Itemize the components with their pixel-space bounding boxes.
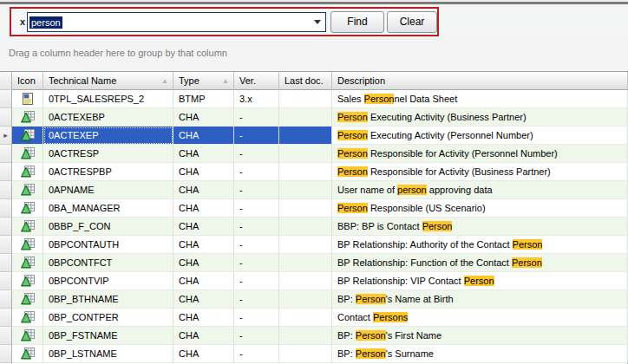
table-row[interactable]: 0BP_LSTNAMECHA-BP: Person's Surname	[0, 345, 628, 363]
object-icon-cell[interactable]	[12, 236, 43, 254]
object-icon-cell[interactable]	[12, 181, 43, 199]
search-combobox[interactable]: person	[27, 12, 326, 32]
description-cell[interactable]: BBP: BP is Contact Person	[332, 218, 628, 236]
technical-name-cell[interactable]: 0APNAME	[43, 181, 173, 199]
version-cell[interactable]: -	[234, 218, 279, 236]
technical-name-cell[interactable]: 0BP_LSTNAME	[43, 345, 173, 363]
object-icon-cell[interactable]	[12, 290, 43, 309]
row-indicator-cell[interactable]	[0, 199, 12, 218]
row-indicator-cell[interactable]	[0, 327, 12, 345]
last-doc-cell[interactable]	[279, 108, 332, 127]
version-cell[interactable]: -	[234, 345, 279, 363]
technical-name-cell[interactable]: 0ACTRESP	[43, 145, 173, 163]
row-indicator-cell[interactable]	[0, 309, 12, 327]
version-cell[interactable]: 3.x	[234, 90, 279, 108]
description-cell[interactable]: BP: Person's Name at Birth	[332, 290, 628, 309]
type-cell[interactable]: CHA	[173, 127, 234, 145]
version-cell[interactable]: -	[234, 108, 279, 127]
type-cell[interactable]: CHA	[173, 181, 234, 199]
table-row[interactable]: 0ACTEXEBPCHA-Person Executing Activity (…	[0, 108, 628, 127]
table-row[interactable]: 0TPL_SALESREPS_2BTMP3.xSales Personnel D…	[0, 90, 628, 108]
technical-name-cell[interactable]: 0BP_FSTNAME	[43, 327, 173, 345]
group-by-panel[interactable]: Drag a column header here to group by th…	[0, 36, 628, 71]
table-row[interactable]: 0BP_CONTPERCHA-Contact Persons	[0, 309, 628, 327]
type-cell[interactable]: CHA	[173, 108, 234, 127]
last-doc-cell[interactable]	[279, 199, 332, 218]
description-cell[interactable]: Person Responsible for Activity (Busines…	[332, 163, 628, 181]
technical-name-cell[interactable]: 0BPCONTAUTH	[43, 236, 173, 254]
object-icon-cell[interactable]	[12, 199, 43, 218]
clear-button[interactable]: Clear	[387, 11, 437, 33]
object-icon-cell[interactable]	[12, 309, 43, 327]
row-indicator-cell[interactable]	[0, 218, 12, 236]
row-indicator-cell[interactable]	[0, 254, 12, 272]
table-row[interactable]: 0BPCONTVIPCHA-BP Relationship: VIP Conta…	[0, 272, 628, 290]
type-cell[interactable]: CHA	[173, 345, 234, 363]
column-header-type[interactable]: Type▲	[173, 72, 234, 90]
description-cell[interactable]: Person Executing Activity (Personnel Num…	[332, 127, 628, 145]
version-cell[interactable]: -	[234, 199, 279, 218]
type-cell[interactable]: CHA	[173, 218, 234, 236]
row-indicator-cell[interactable]	[0, 345, 12, 363]
description-cell[interactable]: Person Responsible (US Scenario)	[332, 199, 628, 218]
column-header-last-doc-[interactable]: Last doc.	[279, 72, 332, 90]
chevron-down-icon[interactable]	[314, 20, 321, 24]
version-cell[interactable]: -	[234, 236, 279, 254]
column-header-icon[interactable]: Icon	[12, 72, 43, 90]
technical-name-cell[interactable]: 0BA_MANAGER	[43, 199, 173, 218]
table-row[interactable]: 0APNAMECHA-User name of person approving…	[0, 181, 628, 199]
technical-name-cell[interactable]: 0BBP_F_CON	[43, 218, 173, 236]
technical-name-cell[interactable]: 0BPCONTFCT	[43, 254, 173, 272]
version-cell[interactable]: -	[234, 254, 279, 272]
object-icon-cell[interactable]	[12, 218, 43, 236]
version-cell[interactable]: -	[234, 181, 279, 199]
version-cell[interactable]: -	[234, 163, 279, 181]
row-indicator-cell[interactable]	[0, 236, 12, 254]
description-cell[interactable]: User name of person approving data	[332, 181, 628, 199]
row-indicator-cell[interactable]	[0, 108, 12, 127]
table-row[interactable]: 0BPCONTFCTCHA-BP Relationship: Function …	[0, 254, 628, 272]
type-cell[interactable]: CHA	[173, 272, 234, 290]
table-row[interactable]: 0ACTRESPCHA-Person Responsible for Activ…	[0, 145, 628, 163]
object-icon-cell[interactable]	[12, 345, 43, 363]
column-header-description[interactable]: Description	[332, 72, 628, 90]
table-row[interactable]: 0BPCONTAUTHCHA-BP Relationship: Authorit…	[0, 236, 628, 254]
description-cell[interactable]: BP: Person's Surname	[332, 345, 628, 363]
version-cell[interactable]: -	[234, 127, 279, 145]
column-header-ver-[interactable]: Ver.	[234, 72, 279, 90]
row-indicator-cell[interactable]	[0, 163, 12, 181]
description-cell[interactable]: BP Relationship: Function of the Contact…	[332, 254, 628, 272]
row-indicator-cell[interactable]	[0, 272, 12, 290]
table-row[interactable]: 0ACTRESPBPCHA-Person Responsible for Act…	[0, 163, 628, 181]
column-header-technical-name[interactable]: Technical Name▲	[43, 72, 173, 90]
row-indicator-cell[interactable]: ▸	[0, 127, 12, 145]
type-cell[interactable]: BTMP	[173, 90, 234, 108]
version-cell[interactable]: -	[234, 145, 279, 163]
object-icon-cell[interactable]	[12, 327, 43, 345]
table-row[interactable]: 0BBP_F_CONCHA-BBP: BP is Contact Person	[0, 218, 628, 236]
row-indicator-cell[interactable]	[0, 145, 12, 163]
technical-name-cell[interactable]: 0BPCONTVIP	[43, 272, 173, 290]
last-doc-cell[interactable]	[279, 309, 332, 327]
version-cell[interactable]: -	[234, 290, 279, 309]
object-icon-cell[interactable]	[12, 254, 43, 272]
last-doc-cell[interactable]	[279, 290, 332, 309]
technical-name-cell[interactable]: 0BP_BTHNAME	[43, 290, 173, 309]
technical-name-cell[interactable]: 0TPL_SALESREPS_2	[43, 90, 173, 108]
find-button[interactable]: Find	[330, 11, 384, 33]
table-row[interactable]: 0BP_FSTNAMECHA-BP: Person's First Name	[0, 327, 628, 345]
technical-name-cell[interactable]: 0ACTEXEP	[43, 127, 173, 145]
last-doc-cell[interactable]	[279, 181, 332, 199]
type-cell[interactable]: CHA	[173, 309, 234, 327]
last-doc-cell[interactable]	[279, 90, 332, 108]
last-doc-cell[interactable]	[279, 218, 332, 236]
table-row[interactable]: ▸0ACTEXEPCHA-Person Executing Activity (…	[0, 127, 628, 145]
last-doc-cell[interactable]	[279, 327, 332, 345]
search-input-value[interactable]: person	[29, 16, 62, 29]
description-cell[interactable]: Person Responsible for Activity (Personn…	[332, 145, 628, 163]
type-cell[interactable]: CHA	[173, 254, 234, 272]
row-indicator-cell[interactable]	[0, 181, 12, 199]
description-cell[interactable]: Person Executing Activity (Business Part…	[332, 108, 628, 127]
last-doc-cell[interactable]	[279, 345, 332, 363]
version-cell[interactable]: -	[234, 309, 279, 327]
